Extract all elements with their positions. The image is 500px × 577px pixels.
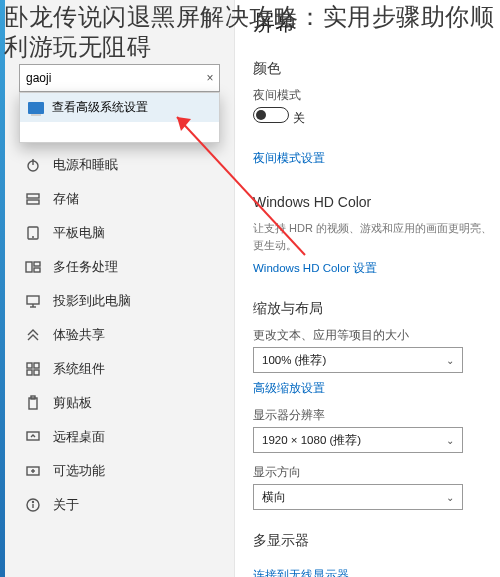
sidebar-item-label: 投影到此电脑 <box>53 293 131 310</box>
hdcolor-desc: 让支持 HDR 的视频、游戏和应用的画面更明亮、更生动。 <box>253 220 493 253</box>
resolution-value: 1920 × 1080 (推荐) <box>262 433 361 448</box>
svg-rect-15 <box>34 370 39 375</box>
textsize-select[interactable]: 100% (推荐) ⌄ <box>253 347 463 373</box>
svg-rect-10 <box>34 268 40 272</box>
chevron-down-icon: ⌄ <box>446 435 454 446</box>
clipboard-icon <box>25 395 41 411</box>
components-icon <box>25 361 41 377</box>
textsize-value: 100% (推荐) <box>262 353 326 368</box>
chevron-down-icon: ⌄ <box>446 492 454 503</box>
remote-icon <box>25 429 41 445</box>
svg-rect-18 <box>27 432 39 440</box>
section-multi: 多显示器 <box>253 532 500 550</box>
sidebar-item-label: 系统组件 <box>53 361 105 378</box>
sidebar-item-label: 可选功能 <box>53 463 105 480</box>
project-icon <box>25 293 41 309</box>
article-title-overlay: 卧龙传说闪退黑屏解决攻略：实用步骤助你顺利游玩无阻碍 <box>0 0 500 66</box>
resolution-select[interactable]: 1920 × 1080 (推荐) ⌄ <box>253 427 463 453</box>
search-input[interactable] <box>20 71 201 85</box>
orientation-value: 横向 <box>262 490 286 505</box>
sidebar-item-remote[interactable]: 远程桌面 <box>5 420 234 454</box>
night-mode-toggle[interactable] <box>253 107 289 123</box>
multitask-icon <box>25 259 41 275</box>
svg-rect-4 <box>27 194 39 198</box>
wireless-display-link[interactable]: 连接到无线显示器 <box>253 568 349 577</box>
sidebar-item-label: 电源和睡眠 <box>53 157 118 174</box>
sidebar-item-tablet[interactable]: 平板电脑 <box>5 216 234 250</box>
optional-icon <box>25 463 41 479</box>
sidebar-item-about[interactable]: 关于 <box>5 488 234 522</box>
sidebar-item-storage[interactable]: 存储 <box>5 182 234 216</box>
storage-icon <box>25 191 41 207</box>
night-mode-label: 夜间模式 <box>253 88 500 103</box>
share-icon <box>25 327 41 343</box>
textsize-label: 更改文本、应用等项目的大小 <box>253 328 500 343</box>
sidebar-item-label: 体验共享 <box>53 327 105 344</box>
night-mode-settings-link[interactable]: 夜间模式设置 <box>253 151 325 166</box>
svg-rect-14 <box>27 370 32 375</box>
suggestion-item[interactable]: 查看高级系统设置 <box>20 93 219 122</box>
monitor-icon <box>28 102 44 114</box>
sidebar-list: 电源和睡眠存储平板电脑多任务处理投影到此电脑体验共享系统组件剪贴板远程桌面可选功… <box>5 148 234 522</box>
sidebar-item-share[interactable]: 体验共享 <box>5 318 234 352</box>
about-icon <box>25 497 41 513</box>
svg-rect-13 <box>34 363 39 368</box>
power-icon <box>25 157 41 173</box>
sidebar-item-optional[interactable]: 可选功能 <box>5 454 234 488</box>
svg-rect-5 <box>27 200 39 204</box>
svg-rect-8 <box>26 262 32 272</box>
section-hdcolor: Windows HD Color <box>253 194 500 210</box>
tablet-icon <box>25 225 41 241</box>
settings-window: × 查看高级系统设置 电源和睡眠存储平板电脑多任务处理投影到此电脑体验共享系统组… <box>0 0 500 577</box>
clear-search-icon[interactable]: × <box>201 71 219 85</box>
sidebar-item-label: 平板电脑 <box>53 225 105 242</box>
suggestion-text: 查看高级系统设置 <box>52 99 148 116</box>
adv-scale-link[interactable]: 高级缩放设置 <box>253 381 325 396</box>
main-panel: 屏幕 颜色 夜间模式 关 夜间模式设置 Windows HD Color 让支持… <box>235 0 500 577</box>
resolution-label: 显示器分辨率 <box>253 408 500 423</box>
search-input-wrap[interactable]: × <box>19 64 220 92</box>
hdcolor-link[interactable]: Windows HD Color 设置 <box>253 261 377 276</box>
svg-rect-12 <box>27 363 32 368</box>
svg-rect-9 <box>34 262 40 266</box>
orientation-select[interactable]: 横向 ⌄ <box>253 484 463 510</box>
sidebar-item-label: 存储 <box>53 191 79 208</box>
sidebar: × 查看高级系统设置 电源和睡眠存储平板电脑多任务处理投影到此电脑体验共享系统组… <box>5 0 235 577</box>
chevron-down-icon: ⌄ <box>446 355 454 366</box>
sidebar-item-multitask[interactable]: 多任务处理 <box>5 250 234 284</box>
sidebar-item-components[interactable]: 系统组件 <box>5 352 234 386</box>
sidebar-item-clipboard[interactable]: 剪贴板 <box>5 386 234 420</box>
orientation-label: 显示方向 <box>253 465 500 480</box>
svg-point-24 <box>33 502 34 503</box>
sidebar-item-label: 多任务处理 <box>53 259 118 276</box>
sidebar-item-project[interactable]: 投影到此电脑 <box>5 284 234 318</box>
sidebar-item-label: 远程桌面 <box>53 429 105 446</box>
sidebar-item-power[interactable]: 电源和睡眠 <box>5 148 234 182</box>
svg-rect-11 <box>27 296 39 304</box>
sidebar-item-label: 关于 <box>53 497 79 514</box>
sidebar-item-label: 剪贴板 <box>53 395 92 412</box>
search-suggestions: 查看高级系统设置 <box>19 92 220 143</box>
night-mode-state: 关 <box>293 111 305 126</box>
section-scale: 缩放与布局 <box>253 300 500 318</box>
